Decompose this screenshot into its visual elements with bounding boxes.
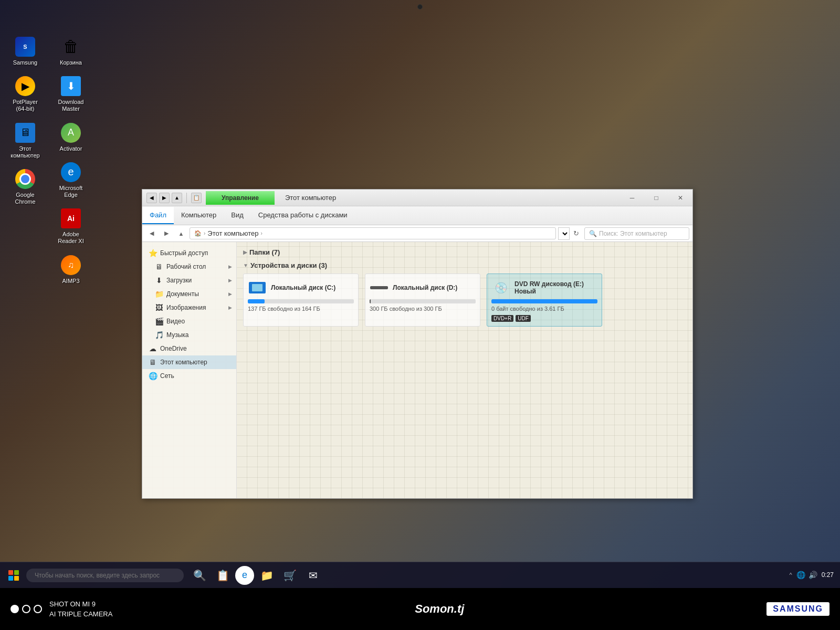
mycomputer-icon-label: Этоткомпьютер	[10, 145, 39, 159]
chrome-icon-label: GoogleChrome	[15, 192, 35, 205]
taskbar-right: ^ 🌐 🔊 0:27	[789, 571, 838, 580]
desktop-icons-col1: S Samsung ▶ PotPlayer(64-bit) 🖥 Этоткомп…	[4, 34, 46, 207]
forward-button[interactable]: ▶	[159, 193, 170, 203]
drive-c-name: Локальный диск (С:)	[271, 284, 354, 291]
sidebar-item-video[interactable]: 🎬 Видео	[142, 314, 236, 328]
folders-section-header[interactable]: ▶ Папки (7)	[243, 248, 686, 256]
addr-path-arrow: ›	[261, 230, 262, 236]
search-box[interactable]: 🔍 Поиск: Этот компьютер	[584, 227, 689, 240]
desktop-icon-edge[interactable]: e MicrosoftEdge	[50, 160, 92, 201]
maximize-button[interactable]: □	[644, 190, 668, 206]
taskbar-explorer-icon[interactable]: 📁	[256, 565, 277, 586]
pictures-icon: 🖼	[155, 303, 163, 312]
folders-title: Папки (7)	[249, 248, 280, 256]
desktop-icon-samsung[interactable]: S Samsung	[4, 34, 46, 68]
address-path[interactable]: 🏠 › Этот компьютер ›	[190, 227, 556, 239]
sidebar-item-network[interactable]: 🌐 Сеть	[142, 369, 236, 383]
win-sq-4	[14, 576, 19, 581]
addr-up-button[interactable]: ▲	[175, 227, 187, 240]
search-icon: 🔍	[589, 230, 597, 237]
addr-dropdown[interactable]	[558, 227, 570, 240]
taskbar-clock[interactable]: 0:27	[822, 571, 834, 580]
back-button[interactable]: ◀	[146, 193, 157, 203]
sidebar-item-quickaccess[interactable]: ⭐ Быстрый доступ	[142, 246, 236, 260]
taskbar-store-icon[interactable]: 🛒	[279, 565, 300, 586]
quickaccess-icon: ⭐	[149, 249, 157, 257]
taskbar-search-input[interactable]	[26, 569, 184, 582]
onedrive-label: OneDrive	[160, 345, 187, 352]
desktop-icon-activator[interactable]: A Activator	[50, 120, 92, 154]
dvdr-tag: DVD+R	[491, 315, 513, 322]
sidebar-item-documents[interactable]: 📁 Документы ▶	[142, 287, 236, 301]
drive-e-bar	[491, 299, 597, 303]
drive-c[interactable]: Локальный диск (С:) 137 ГБ свободно из 1…	[243, 274, 359, 327]
properties-button[interactable]: 📋	[191, 193, 202, 203]
network-label: Сеть	[160, 372, 174, 380]
title-bar-left: ◀ ▶ ▲ 📋	[142, 190, 206, 206]
sidebar-item-music[interactable]: 🎵 Музыка	[142, 328, 236, 342]
network-tray-icon[interactable]: 🌐	[796, 571, 805, 579]
video-label: Видео	[166, 318, 185, 325]
samsung-icon-label: Samsung	[13, 59, 37, 66]
camera-dots	[10, 605, 42, 613]
drives-container: Локальный диск (С:) 137 ГБ свободно из 1…	[243, 274, 686, 327]
desktop-icon-chrome[interactable]: GoogleChrome	[4, 166, 46, 207]
desktop-icon-adobe[interactable]: Ai AdobeReader XI	[50, 206, 92, 247]
addr-separator: ›	[204, 230, 205, 236]
addr-refresh-button[interactable]: ↻	[570, 227, 582, 240]
volume-tray-icon[interactable]: 🔊	[808, 571, 817, 579]
sidebar-item-thispc[interactable]: 🖥 Этот компьютер	[142, 355, 236, 369]
onedrive-icon: ☁	[149, 344, 157, 353]
windows-logo	[8, 570, 19, 581]
video-icon: 🎬	[155, 317, 163, 326]
drive-c-bar-container	[248, 299, 354, 303]
documents-arrow: ▶	[228, 291, 232, 297]
drive-e[interactable]: 💿 DVD RW дисковод (E:) Новый 0 байт своб…	[487, 274, 602, 327]
drive-d-header: Локальный диск (D:)	[370, 278, 476, 297]
desktop-icon-download[interactable]: ⬇ DownloadMaster	[50, 74, 92, 114]
ribbon-tab-tools[interactable]: Средства работы с дисками	[251, 207, 355, 224]
sidebar-item-downloads[interactable]: ⬇ Загрузки ▶	[142, 274, 236, 287]
ribbon-tab-file[interactable]: Файл	[142, 207, 174, 224]
explorer-title: Этот компьютер	[275, 191, 346, 205]
desktop-icon-trash[interactable]: 🗑 Корзина	[50, 34, 92, 68]
activator-icon-label: Activator	[60, 145, 82, 152]
taskbar-mail-icon[interactable]: ✉	[302, 565, 323, 586]
drive-e-icon: 💿	[491, 278, 510, 297]
ribbon-tab-computer[interactable]: Компьютер	[174, 207, 224, 224]
desktop-icon-mycomputer[interactable]: 🖥 Этоткомпьютер	[4, 120, 46, 161]
sidebar-item-pictures[interactable]: 🖼 Изображения ▶	[142, 301, 236, 314]
win-sq-3	[8, 576, 13, 581]
up-button[interactable]: ▲	[172, 193, 182, 203]
drive-d-free: 300 ГБ свободно из 300 ГБ	[370, 306, 476, 312]
folders-arrow-icon: ▶	[243, 249, 247, 255]
drive-d[interactable]: Локальный диск (D:) 300 ГБ свободно из 3…	[365, 274, 480, 327]
laptop-camera	[417, 4, 423, 9]
addr-forward-button[interactable]: ▶	[160, 227, 173, 240]
desktop-icon-aimp[interactable]: ♫ AIMP3	[50, 253, 92, 287]
sidebar-item-desktop[interactable]: 🖥 Рабочий стол ▶	[142, 260, 236, 274]
shot-line2: AI TRIPLE CAMERA	[49, 609, 112, 620]
cam-dot-1	[10, 605, 19, 613]
close-button[interactable]: ✕	[668, 190, 692, 206]
taskbar-task-view-icon[interactable]: 📋	[212, 565, 233, 586]
desktop-icon-potplayer[interactable]: ▶ PotPlayer(64-bit)	[4, 74, 46, 114]
drive-e-info: DVD RW дисковод (E:) Новый	[514, 280, 597, 295]
win-sq-1	[8, 570, 13, 575]
sidebar-item-onedrive[interactable]: ☁ OneDrive	[142, 342, 236, 355]
desktop-icon-sidebar: 🖥	[155, 262, 163, 271]
taskbar-search-icon[interactable]: 🔍	[189, 565, 210, 586]
potplayer-icon-label: PotPlayer(64-bit)	[13, 99, 38, 112]
ribbon-tab-view[interactable]: Вид	[224, 207, 251, 224]
somon-logo: Somon.tj	[415, 602, 464, 616]
drive-c-bar	[248, 299, 265, 303]
start-button[interactable]	[2, 564, 25, 587]
drive-c-info: Локальный диск (С:)	[271, 284, 354, 291]
addr-back-button[interactable]: ◀	[145, 227, 158, 240]
ribbon-upravlenie-tab[interactable]: Управление	[206, 191, 275, 205]
devices-section-header[interactable]: ▼ Устройства и диски (3)	[243, 261, 686, 269]
quickaccess-label: Быстрый доступ	[160, 249, 208, 257]
udf-tag: UDF	[516, 315, 531, 322]
minimize-button[interactable]: ─	[620, 190, 644, 206]
taskbar-edge-icon[interactable]: e	[235, 566, 254, 585]
